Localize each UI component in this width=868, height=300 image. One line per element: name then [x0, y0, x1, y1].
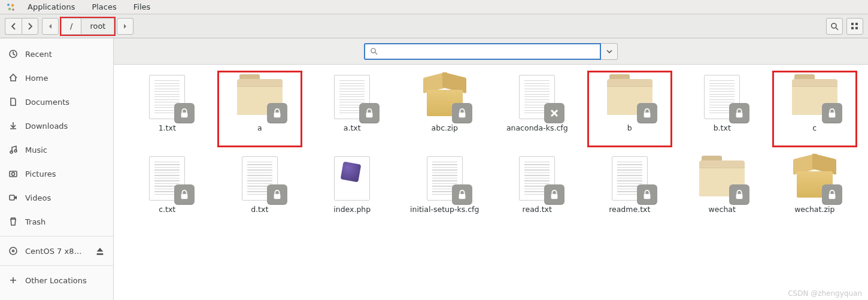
back-button[interactable] — [5, 18, 22, 35]
no-access-icon — [544, 103, 564, 123]
toolbar: / root — [0, 14, 868, 38]
svg-point-16 — [13, 250, 14, 252]
file-label: b — [627, 123, 632, 132]
file-item[interactable]: a — [215, 71, 305, 150]
svg-rect-5 — [851, 23, 854, 25]
svg-rect-30 — [736, 194, 743, 199]
search-input[interactable] — [378, 47, 595, 56]
sidebar-item-videos[interactable]: Videos — [0, 186, 113, 210]
file-type-icon — [606, 73, 654, 121]
sidebar-item-label: Music — [25, 146, 47, 154]
file-type-icon — [143, 73, 191, 121]
file-type-icon — [791, 154, 839, 202]
clock-icon — [8, 49, 18, 59]
sidebar-device-centos[interactable]: CentOS 7 x8… — [0, 239, 113, 263]
chevron-left-icon — [10, 23, 17, 30]
sidebar-item-downloads[interactable]: Downloads — [0, 114, 113, 138]
search-bar — [114, 38, 868, 65]
svg-rect-26 — [274, 194, 280, 199]
breadcrumb-current[interactable]: root — [81, 18, 114, 35]
file-item[interactable]: initial-setup-ks.cfg — [400, 152, 490, 231]
file-label: initial-setup-ks.cfg — [410, 205, 479, 214]
sidebar-item-label: Downloads — [25, 122, 68, 131]
svg-point-10 — [10, 151, 13, 153]
search-input-wrapper[interactable] — [364, 43, 601, 60]
lock-icon — [267, 103, 287, 123]
svg-point-4 — [831, 23, 836, 28]
lock-icon — [452, 184, 472, 205]
lock-icon — [729, 103, 749, 123]
file-item[interactable]: c — [770, 71, 860, 150]
sidebar-divider — [0, 236, 113, 237]
lock-icon — [267, 184, 287, 205]
eject-icon[interactable] — [95, 246, 105, 256]
svg-rect-7 — [851, 27, 854, 29]
sidebar-item-documents[interactable]: Documents — [0, 90, 113, 114]
file-item[interactable]: c.txt — [122, 152, 213, 231]
content-area: 1.txtaa.txtabc.zipanaconda-ks.cfgbb.txtc… — [114, 38, 868, 300]
path-prev-button[interactable] — [42, 18, 59, 35]
sidebar-item-trash[interactable]: Trash — [0, 210, 113, 234]
panel-menu-applications[interactable]: Applications — [19, 0, 83, 14]
forward-button[interactable] — [22, 18, 38, 35]
path-next-button[interactable] — [117, 18, 133, 35]
svg-rect-8 — [855, 27, 858, 29]
file-item[interactable]: anaconda-ks.cfg — [492, 71, 582, 150]
lock-icon — [544, 184, 564, 205]
sidebar-other-locations[interactable]: Other Locations — [0, 268, 113, 292]
search-button[interactable] — [826, 18, 843, 35]
sidebar-item-label: Trash — [25, 217, 45, 226]
svg-rect-28 — [551, 194, 558, 199]
file-type-icon — [328, 73, 376, 121]
panel-menu-places[interactable]: Places — [83, 0, 125, 14]
file-item[interactable]: read.txt — [492, 152, 582, 231]
svg-rect-31 — [828, 194, 835, 199]
sidebar-item-music[interactable]: Music — [0, 138, 113, 162]
file-item[interactable]: a.txt — [307, 71, 397, 150]
file-label: read.txt — [523, 205, 552, 214]
file-type-icon — [328, 154, 376, 202]
file-item[interactable]: b — [585, 71, 675, 150]
file-type-icon — [606, 154, 654, 202]
sidebar-item-label: Home — [25, 74, 48, 83]
sidebar-item-label: Documents — [25, 98, 69, 107]
panel-menu-files[interactable]: Files — [125, 0, 159, 14]
sidebar-item-label: Videos — [25, 193, 51, 202]
file-label: readme.txt — [609, 205, 650, 214]
sidebar-item-recent[interactable]: Recent — [0, 42, 113, 66]
camera-icon — [8, 169, 18, 178]
file-label: a — [257, 123, 262, 132]
document-icon — [8, 97, 18, 107]
svg-rect-6 — [855, 23, 858, 25]
svg-rect-29 — [644, 194, 650, 199]
file-item[interactable]: index.php — [307, 152, 397, 231]
svg-point-11 — [14, 150, 17, 152]
svg-point-13 — [12, 172, 15, 175]
search-filter-dropdown[interactable] — [601, 43, 618, 60]
lock-icon — [174, 184, 195, 205]
svg-rect-14 — [10, 195, 14, 200]
file-type-icon — [236, 73, 284, 121]
file-label: abc.zip — [432, 123, 458, 132]
svg-rect-23 — [736, 113, 743, 117]
file-label: a.txt — [344, 123, 361, 132]
home-icon — [8, 73, 18, 83]
breadcrumb-root[interactable]: / — [61, 18, 81, 35]
disc-icon — [8, 246, 18, 256]
trash-icon — [8, 217, 18, 226]
file-grid[interactable]: 1.txtaa.txtabc.zipanaconda-ks.cfgbb.txtc… — [114, 65, 868, 300]
sidebar-item-home[interactable]: Home — [0, 66, 113, 90]
sidebar-item-pictures[interactable]: Pictures — [0, 162, 113, 186]
file-item[interactable]: readme.txt — [585, 152, 675, 231]
file-item[interactable]: wechat.zip — [770, 152, 860, 231]
svg-rect-25 — [181, 194, 188, 199]
file-item[interactable]: 1.txt — [122, 71, 213, 150]
file-item[interactable]: d.txt — [215, 152, 305, 231]
file-label: b.txt — [714, 123, 731, 132]
file-label: wechat — [709, 205, 736, 214]
file-item[interactable]: b.txt — [677, 71, 767, 150]
file-item[interactable]: abc.zip — [400, 71, 490, 150]
file-type-icon — [421, 73, 469, 121]
view-options-button[interactable] — [846, 18, 863, 35]
file-item[interactable]: wechat — [677, 152, 767, 231]
